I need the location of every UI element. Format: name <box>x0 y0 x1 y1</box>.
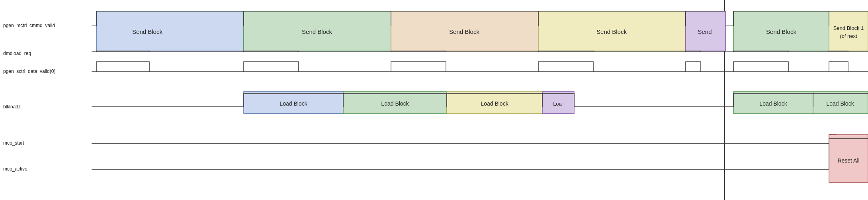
label-pgen-sctrl: pgen_sctrl_data_valid(0) <box>3 69 55 74</box>
send-block-7 <box>829 11 868 51</box>
send-block-5-label: Send <box>698 28 712 35</box>
waveform-svg: pgen_mctrl_cmmd_valid dmdload_req pgen_s… <box>0 0 868 200</box>
label-dmdload: dmdload_req <box>3 51 31 56</box>
wave-sctrl5 <box>686 62 701 72</box>
wave-sctrl7 <box>829 62 848 72</box>
load-block-3-label: Load Block <box>481 100 508 107</box>
load-block-4-label: Loa <box>553 101 562 107</box>
timing-diagram: pgen_mctrl_cmmd_valid dmdload_req pgen_s… <box>0 0 868 200</box>
load-block-2-label: Load Block <box>381 100 409 107</box>
load-block-5-label: Load Block <box>759 100 787 107</box>
label-pgen-mctrl: pgen_mctrl_cmmd_valid <box>3 23 55 28</box>
load-block-6-label: Load Block <box>826 100 854 107</box>
load-block-1-label: Load Block <box>280 100 307 107</box>
send-block-7-label2: (of next <box>840 33 857 39</box>
send-block-4-label: Send Block <box>596 28 627 35</box>
wave-sctrl6 <box>733 62 788 72</box>
reset-all-label: Reset All <box>837 157 859 164</box>
send-block-1-label: Send Block <box>132 28 162 35</box>
send-block-7-label: Send Block 1 <box>833 25 864 31</box>
wave-sctrl3 <box>391 62 446 72</box>
send-block-1 <box>96 11 244 51</box>
send-block-3-label: Send Block <box>449 28 479 35</box>
wave-sctrl4 <box>538 62 593 72</box>
wave-sctrl1 <box>96 62 149 72</box>
send-block-6-label: Send Block <box>766 28 796 35</box>
label-mcp-start: mcp_start <box>3 140 24 146</box>
label-blkloadz: blkloadz <box>3 104 21 110</box>
label-mcp-active: mcp_active <box>3 166 27 172</box>
wave-sctrl2 <box>244 62 299 72</box>
send-block-2-label: Send Block <box>302 28 332 35</box>
